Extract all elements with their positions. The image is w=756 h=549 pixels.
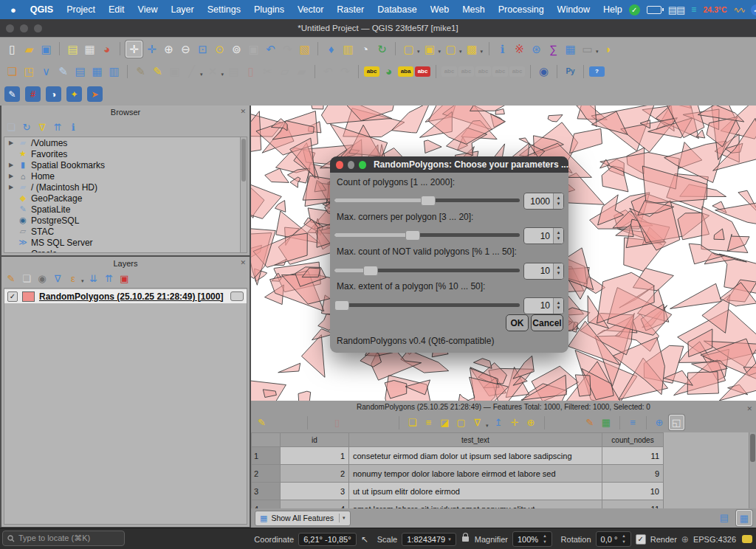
menu-item-help[interactable]: Help (597, 4, 629, 15)
attr-zoom-button[interactable]: ⊕ (653, 415, 667, 429)
current-edits-button[interactable]: ✎ (133, 63, 148, 79)
layer-item-randompolygons[interactable]: ✓ RandomPolygons (25.10.25 21:28:49) [10… (4, 289, 247, 303)
menu-item-mesh[interactable]: Mesh (456, 4, 492, 15)
stepper-icon[interactable]: ▲▼ (553, 298, 563, 314)
new-point-layer-button[interactable]: ∨ (38, 63, 54, 79)
remove-layer-button[interactable]: ▣ (118, 272, 131, 285)
toggle-editing-button[interactable]: ✎ (150, 63, 165, 79)
layer-diagram-button[interactable]: ◕ (381, 63, 396, 79)
new-geopackage-layer-button[interactable]: ▤ (72, 63, 88, 79)
scale-combobox[interactable]: 1:8243479▾ (402, 533, 456, 546)
attr-pan-to-selection-button[interactable]: ✛ (508, 415, 522, 429)
menu-item-window[interactable]: Window (551, 4, 597, 15)
parameter-spinbox-1[interactable]: 10▲▼ (523, 227, 564, 244)
table-cell[interactable]: 10 (602, 483, 664, 500)
table-cell[interactable]: 4 (252, 500, 281, 509)
layer-edit-indicator-icon[interactable] (230, 291, 244, 301)
new-project-button[interactable]: ▯ (4, 41, 20, 57)
temperature-indicator[interactable]: 24.3°C (703, 5, 726, 14)
attr-delete-features-button[interactable]: ▯ (330, 415, 344, 429)
browser-filter-button[interactable]: ∇ (35, 120, 49, 134)
table-cell[interactable]: 4 (281, 500, 349, 509)
paste-features-button[interactable]: ▰ (294, 63, 309, 79)
select-by-location-button[interactable]: ▩ (464, 41, 480, 57)
new-virtual-layer-button[interactable]: ▦ (89, 63, 105, 79)
select-by-value-button[interactable]: ▣ (422, 41, 438, 57)
attr-copy-button[interactable]: ▱ (362, 415, 377, 429)
manage-map-themes-button[interactable]: ◉ (35, 272, 49, 285)
attr-save-edits-button[interactable]: ▣ (287, 415, 301, 429)
labeling-options-button[interactable]: aba (398, 66, 413, 77)
open-layer-styling-button[interactable]: ✎ (4, 272, 18, 285)
lock-scale-icon[interactable] (462, 536, 469, 542)
modify-attributes-button[interactable]: ▤ (226, 63, 241, 79)
menu-item-settings[interactable]: Settings (201, 4, 247, 15)
filter-legend-button[interactable]: ∇ (51, 272, 64, 285)
browser-item-spatialite[interactable]: ✎SpatiaLite (4, 204, 241, 215)
attr-form-view-button[interactable]: ▤ (717, 510, 732, 525)
deselect-features-button[interactable]: ▢ (443, 41, 458, 57)
expander-icon[interactable]: ▶ (7, 184, 15, 190)
parameter-slider-0[interactable] (334, 195, 520, 205)
dialog-zoom-button[interactable] (359, 161, 366, 169)
table-cell[interactable]: ut ut ipsum elitr dolore eirmod (349, 483, 602, 500)
coordinate-value-box[interactable]: 6,21° -10,85° (298, 533, 356, 546)
rotation-spinbox[interactable]: 0,0 °▲▼ (596, 531, 631, 546)
pin-labels-button[interactable]: abc (441, 66, 457, 77)
slider-handle[interactable] (405, 230, 420, 241)
parameter-slider-3[interactable] (334, 300, 520, 310)
menu-item-processing[interactable]: Processing (492, 4, 551, 15)
table-cell[interactable]: 2 (281, 465, 349, 483)
attr-add-feature-button[interactable]: ❏ (405, 415, 419, 429)
corner-header[interactable] (252, 433, 281, 447)
attr-table-view-button[interactable]: ▦ (736, 510, 752, 526)
attr-filter-select-dropdown[interactable]: ▾ (486, 423, 489, 429)
attr-filter-select-button[interactable]: ∇ (470, 415, 484, 429)
attr-field-calculator-button[interactable]: ✎ (583, 415, 597, 429)
feature-filter-button[interactable]: ▦ Show All Features ▾ (255, 511, 351, 526)
browser-item-volumes[interactable]: ▶▰/Volumes (4, 137, 241, 148)
plugin-random-polygons-button[interactable]: ✦ (66, 86, 82, 102)
menu-item-database[interactable]: Database (371, 4, 424, 15)
browser-collapse-all-button[interactable]: ⇈ (51, 120, 64, 134)
column-header-count_nodes[interactable]: count_nodes (602, 433, 664, 447)
add-vector-layer-button[interactable]: ◳ (21, 63, 37, 79)
new-memory-layer-button[interactable]: ▥ (106, 63, 122, 79)
attr-select-all-button[interactable]: ≡ (422, 415, 436, 429)
magnifier-spinbox[interactable]: 100%▲▼ (512, 531, 552, 546)
cancel-button[interactable]: Cancel (531, 314, 563, 331)
run-feature-action-button[interactable]: ※ (512, 41, 527, 57)
browser-properties-button[interactable]: ℹ (66, 120, 80, 134)
python-console-button[interactable]: Py (563, 63, 578, 79)
attr-reload-button[interactable]: ↻ (314, 415, 328, 429)
stepper-icon[interactable]: ▲▼ (622, 534, 625, 544)
browser-item-postgresql[interactable]: ◉PostgreSQL (4, 215, 241, 226)
add-group-button[interactable]: ❏ (20, 272, 33, 285)
table-row[interactable]: 11consetetur eirmod diam dolor ut ipsum … (252, 447, 664, 465)
select-features-button[interactable]: ▢ (401, 41, 416, 57)
select-features-dropdown[interactable]: ▾ (417, 49, 420, 55)
temporal-controller-button[interactable]: ◔ (357, 41, 373, 57)
rotate-label-button[interactable]: abc (492, 66, 508, 77)
browser-item-oracle[interactable]: ▭Oracle (4, 248, 241, 253)
pan-map-button[interactable]: ✛ (126, 41, 142, 58)
table-cell[interactable]: 1 (281, 447, 349, 465)
parameter-slider-2[interactable] (334, 265, 520, 275)
menu-item-qgis[interactable]: QGIS (24, 4, 60, 15)
slider-handle[interactable] (334, 300, 349, 311)
dialog-title-bar[interactable]: RandomPolygons: Choose your parameters .… (330, 156, 568, 173)
browser-item-geopackage[interactable]: ◆GeoPackage (4, 193, 241, 204)
zoom-full-button[interactable]: ⊡ (195, 41, 210, 57)
statistics-button[interactable]: ∑ (546, 41, 561, 57)
expander-icon[interactable]: ▶ (7, 173, 15, 179)
redo-button[interactable]: ↷ (337, 63, 353, 79)
map-tips-button[interactable]: ◗ (601, 41, 616, 57)
filter-by-expression-button[interactable]: ε (66, 272, 80, 285)
browser-item-macintosh-hd[interactable]: ▶▰/ (Macintosh HD) (4, 182, 241, 193)
table-cell[interactable]: nonumy tempor dolor labore labore eirmod… (349, 465, 602, 483)
dialog-minimize-button[interactable] (348, 161, 355, 169)
plugin-style-tools-button[interactable]: ✎ (4, 86, 20, 102)
table-cell[interactable]: 1 (252, 447, 281, 465)
plugin-numbering-button[interactable]: # (25, 86, 41, 102)
change-label-button[interactable]: abc (509, 66, 525, 77)
